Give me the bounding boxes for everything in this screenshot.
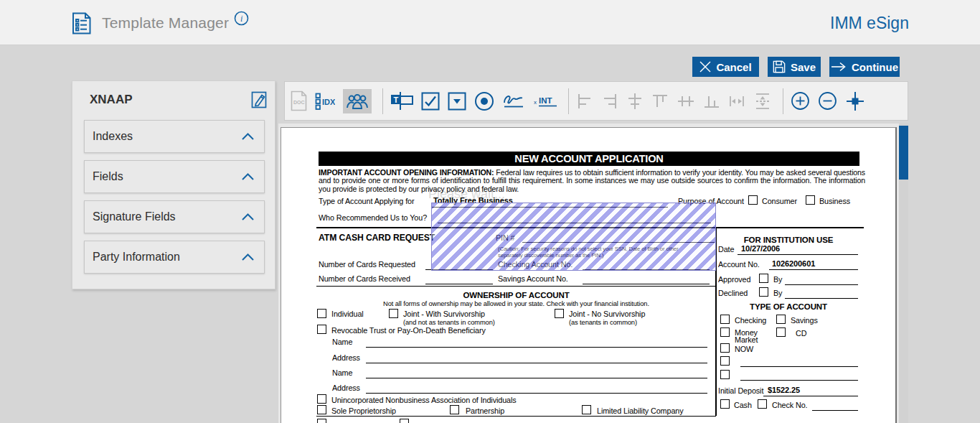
doc-value: 10/27/2006 xyxy=(741,244,780,253)
doc-label: Limited Liability Company xyxy=(597,406,684,415)
field-line xyxy=(812,410,858,411)
doc-label: Type of Account Applying for xyxy=(319,197,414,205)
document-page[interactable]: Please wait... NEW ACCOUNT APPLICATION I… xyxy=(281,127,897,423)
doc-label: Who Recommended Us to You? xyxy=(319,213,427,222)
parties-tool-button[interactable] xyxy=(343,89,372,113)
doc-checkbox xyxy=(720,343,730,353)
doc-checkbox xyxy=(759,287,768,297)
svg-text:x: x xyxy=(534,99,537,106)
index-tool-button[interactable]: IDX xyxy=(315,93,335,110)
align-left-icon xyxy=(576,93,593,110)
svg-text:INT: INT xyxy=(539,96,552,105)
brand-logo: IMM eSign xyxy=(830,14,909,33)
sidebar-section-party-information[interactable]: Party Information xyxy=(84,241,265,274)
doc-section-title: FOR INSTITUTION USE xyxy=(718,236,859,244)
sidebar-section-signature-fields[interactable]: Signature Fields xyxy=(84,200,265,233)
zoom-out-button[interactable] xyxy=(818,91,837,111)
sidebar-section-indexes[interactable]: Indexes xyxy=(84,120,265,153)
doc-label: By xyxy=(773,275,782,284)
doc-label: Market xyxy=(735,335,758,344)
align-left-button xyxy=(576,93,593,110)
continue-button[interactable]: Continue xyxy=(829,57,900,77)
doc-checkbox xyxy=(317,394,326,404)
checkbox-icon xyxy=(421,92,440,111)
align-center-horizontal-button xyxy=(626,93,644,110)
doc-checkbox xyxy=(776,327,786,337)
template-name: XNAAP xyxy=(90,93,133,107)
parties-icon xyxy=(346,93,369,110)
doc-label: Joint - No Survivorship xyxy=(569,310,645,318)
svg-text:i: i xyxy=(240,14,242,24)
doc-checkbox xyxy=(720,327,730,337)
align-top-button xyxy=(651,93,669,110)
doc-label: Revocable Trust or Pay-On-Death Benefici… xyxy=(331,326,486,335)
doc-sublabel: (as tenants in common) xyxy=(569,319,637,326)
signature-tool-button[interactable] xyxy=(502,93,525,110)
doc-label: Joint - With Survivorship xyxy=(403,310,485,318)
edit-template-icon[interactable] xyxy=(251,91,267,111)
toolbar-separator xyxy=(382,88,383,114)
svg-text:IDX: IDX xyxy=(322,98,335,106)
align-top-icon xyxy=(651,93,669,110)
doc-checkbox xyxy=(317,325,326,334)
doc-label: CD xyxy=(796,329,806,338)
doc-label: Business xyxy=(819,197,850,205)
doc-checkbox xyxy=(720,370,730,379)
doc-checkbox xyxy=(317,419,326,423)
info-icon[interactable]: i xyxy=(234,11,249,29)
close-icon xyxy=(699,61,711,73)
dropdown-tool-button[interactable] xyxy=(448,92,466,111)
document-tool-button: DOC xyxy=(291,90,307,111)
doc-sublabel: (and not as tenants in common) xyxy=(403,319,495,326)
field-line xyxy=(785,284,858,285)
doc-checkbox xyxy=(720,356,730,366)
initials-tool-button[interactable]: x INT xyxy=(533,94,557,108)
doc-label: Partnership xyxy=(466,406,504,415)
doc-label: Individual xyxy=(331,310,364,318)
distribute-horizontal-button xyxy=(677,93,695,110)
document-viewer: Please wait... NEW ACCOUNT APPLICATION I… xyxy=(278,124,908,423)
field-line xyxy=(740,366,858,367)
doc-label: Name xyxy=(332,368,352,377)
doc-section-title: OWNERSHIP OF ACCOUNT xyxy=(316,291,716,299)
field-line xyxy=(583,284,710,284)
radio-icon xyxy=(474,91,494,111)
doc-label: Address xyxy=(332,384,360,392)
radio-tool-button[interactable] xyxy=(474,91,494,111)
doc-checkbox xyxy=(759,274,768,283)
doc-checkbox xyxy=(389,309,398,318)
doc-label: Approved xyxy=(718,275,750,284)
doc-section-title: TYPE OF ACCOUNT xyxy=(718,302,859,311)
doc-checkbox xyxy=(582,405,591,414)
doc-label: Savings xyxy=(791,316,818,325)
doc-checkbox xyxy=(776,315,786,324)
text-field-tool-button[interactable]: T xyxy=(390,92,413,110)
doc-label: Name xyxy=(332,338,352,346)
toolbar-separator xyxy=(568,88,569,114)
checkbox-tool-button[interactable] xyxy=(421,92,440,111)
field-line xyxy=(366,347,707,348)
doc-checkbox xyxy=(748,195,758,205)
field-line xyxy=(366,393,707,394)
section-divider xyxy=(316,416,716,417)
cancel-button[interactable]: Cancel xyxy=(692,57,759,77)
chevron-up-icon xyxy=(242,173,254,180)
viewer-scrollbar[interactable] xyxy=(899,124,908,423)
field-line xyxy=(785,298,858,299)
sidebar-section-fields[interactable]: Fields xyxy=(84,160,265,193)
selected-field-overlay[interactable] xyxy=(431,203,716,271)
save-icon xyxy=(773,60,786,73)
doc-label: Check No. xyxy=(772,401,808,409)
scrollbar-thumb[interactable] xyxy=(899,126,908,180)
align-right-icon xyxy=(601,93,618,110)
doc-label: By xyxy=(773,289,782,297)
doc-value: 1026200601 xyxy=(772,259,815,268)
field-toolbar: DOC IDX T xyxy=(284,81,908,121)
page-title: Template Manager xyxy=(102,14,229,32)
save-button[interactable]: Save xyxy=(768,57,821,77)
doc-section-title: ATM CASH CARD REQUEST xyxy=(319,233,435,243)
chevron-up-icon xyxy=(242,133,254,140)
zoom-in-button[interactable] xyxy=(791,91,810,111)
doc-checkbox xyxy=(317,309,326,318)
snap-crosshair-button[interactable] xyxy=(845,91,865,111)
